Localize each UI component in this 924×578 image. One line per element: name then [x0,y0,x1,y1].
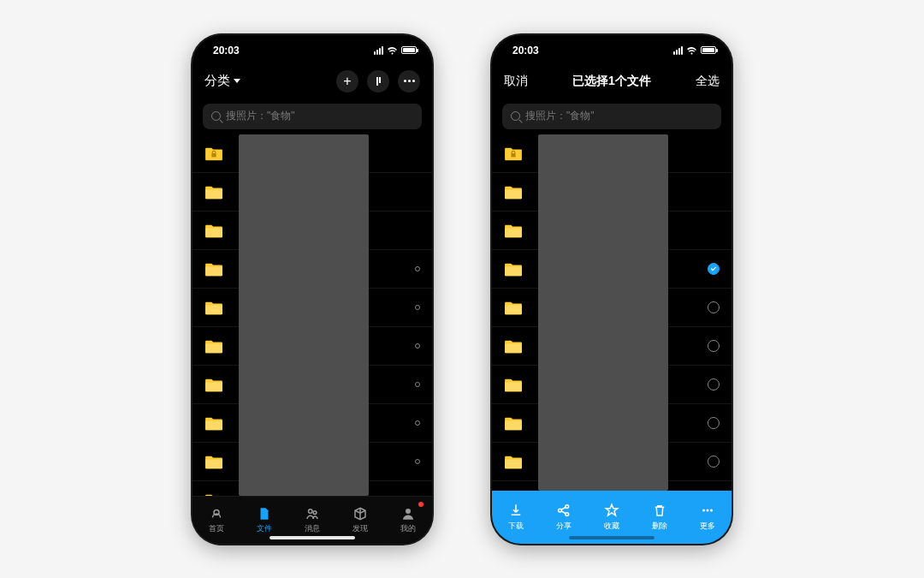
redacted-overlay [538,134,668,491]
folder-icon [204,455,222,468]
chevron-down-icon [234,79,240,83]
top-bar: 分类 + [192,63,432,100]
svg-point-1 [309,509,313,513]
select-radio[interactable] [708,263,720,275]
wifi-icon [387,46,398,55]
item-marker [415,420,420,426]
item-marker [415,343,420,349]
item-marker [415,305,420,310]
folder-icon [204,185,222,199]
folder-icon [504,262,521,276]
action-label: 收藏 [604,521,619,532]
svg-point-9 [710,509,713,511]
folder-icon [504,185,521,199]
tab-首页[interactable]: 首页 [192,497,240,544]
action-下载[interactable]: 下载 [492,491,540,544]
tab-label: 文件 [257,523,272,534]
action-label: 分享 [556,521,572,532]
notification-badge [418,502,424,507]
file-list[interactable] [492,134,732,491]
select-all-button[interactable]: 全选 [696,74,720,89]
battery-icon [701,46,716,54]
select-radio[interactable] [708,301,720,313]
tab-我的[interactable]: 我的 [384,497,432,544]
search-input[interactable]: 搜照片："食物" [203,104,422,129]
file-list[interactable] [192,134,432,496]
status-time: 20:03 [512,45,539,57]
svg-point-2 [313,510,317,514]
search-input[interactable]: 搜照片："食物" [502,104,721,129]
search-placeholder: 搜照片："食物" [525,109,595,123]
folder-icon [504,455,521,468]
locked-folder-icon [204,146,222,160]
search-placeholder: 搜照片："食物" [226,109,295,123]
action-label: 下载 [508,521,524,532]
home-indicator[interactable] [270,536,355,539]
selection-top-bar: 取消 已选择1个文件 全选 [492,63,732,100]
search-icon [511,111,520,121]
cancel-button[interactable]: 取消 [504,74,528,89]
folder-icon [504,416,521,430]
folder-icon [504,378,521,391]
tab-label: 首页 [209,523,224,534]
item-marker [415,459,420,464]
locked-folder-icon [504,146,521,160]
folder-icon [504,339,521,353]
folder-icon [504,223,521,237]
transfer-icon [376,77,381,86]
selection-title: 已选择1个文件 [572,74,651,89]
select-radio[interactable] [708,417,720,429]
tab-label: 消息 [305,523,320,534]
category-label: 分类 [204,73,230,89]
home-indicator[interactable] [569,536,654,539]
wifi-icon [686,46,697,55]
tab-label: 我的 [400,523,416,534]
folder-icon [504,301,521,314]
action-label: 更多 [700,521,715,532]
item-marker [415,266,420,271]
svg-point-8 [707,509,709,511]
select-radio[interactable] [708,340,720,352]
phone-select-mode: 20:03 取消 已选择1个文件 全选 搜照片："食物" 下载分享收藏删除更多 [492,35,732,544]
svg-point-7 [702,509,705,511]
action-更多[interactable]: 更多 [684,491,732,544]
tab-label: 发现 [352,523,368,534]
status-time: 20:03 [213,45,240,57]
folder-icon [204,262,222,276]
sort-button[interactable] [367,70,389,92]
svg-point-3 [406,509,411,514]
folder-icon [204,416,222,430]
select-radio[interactable] [708,456,720,468]
signal-icon [374,46,383,55]
dots-icon [404,80,415,82]
notch [556,35,667,54]
folder-icon [204,378,222,391]
plus-icon: + [343,74,351,88]
folder-icon [204,339,222,353]
add-button[interactable]: + [336,70,358,92]
search-icon [211,111,221,121]
category-dropdown[interactable]: 分类 [204,73,240,89]
folder-icon [204,301,222,314]
battery-icon [401,46,417,54]
more-button[interactable] [398,70,420,92]
item-marker [415,382,420,387]
folder-icon [204,223,222,237]
phone-browse-mode: 20:03 分类 + 搜照片："食物" 首页文件消息发现我的 [192,35,432,544]
notch [257,35,368,54]
select-radio[interactable] [708,378,720,390]
signal-icon [673,46,683,55]
redacted-overlay [239,134,369,496]
action-label: 删除 [652,521,667,532]
